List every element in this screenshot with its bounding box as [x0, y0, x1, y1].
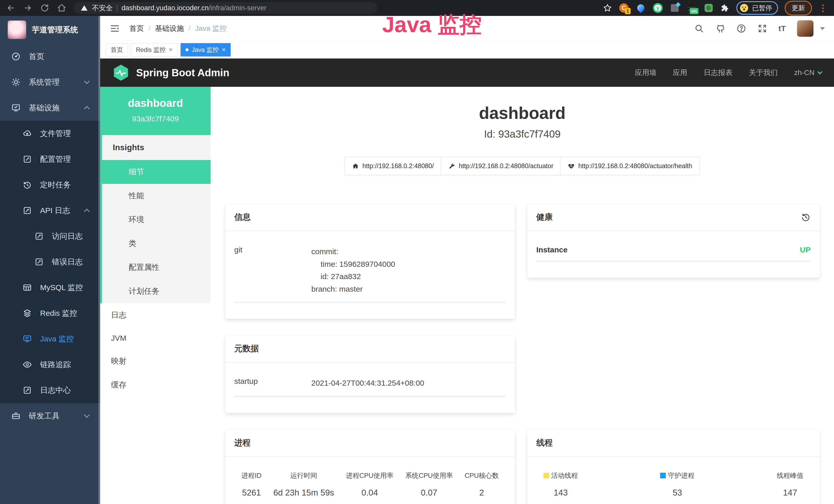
extension-grid-icon[interactable] — [670, 3, 680, 13]
sidebar-item-file-management[interactable]: 文件管理 — [0, 121, 100, 146]
sba-item-scheduled-tasks[interactable]: 计划任务 — [102, 279, 211, 303]
card-title: 进程 — [234, 437, 251, 449]
process-cpu: 进程CPU使用率 0.04 — [346, 471, 394, 498]
extension-y-icon[interactable]: y — [653, 3, 663, 13]
chevron-down-icon — [817, 69, 822, 74]
address-bar[interactable]: 不安全 dashboard.yudao.iocoder.cn/infra/adm… — [74, 2, 377, 14]
health-url-link[interactable]: http://192.168.0.2:48080/actuator/health — [561, 157, 699, 175]
reload-icon[interactable] — [40, 3, 49, 13]
sba-brand-title[interactable]: Spring Boot Admin — [136, 67, 229, 78]
sidebar-item-home[interactable]: 首页 — [0, 44, 100, 69]
sidebar-item-scheduled-jobs[interactable]: 定时任务 — [0, 172, 100, 198]
sidebar-item-system-management[interactable]: 系统管理 — [0, 69, 100, 95]
metadata-row-label: startup — [234, 377, 311, 389]
git-id-line: id: 27aa832 — [311, 270, 395, 283]
col-value: 2 — [465, 488, 499, 498]
log-edit-icon — [35, 232, 44, 241]
back-icon[interactable] — [6, 3, 16, 13]
close-icon[interactable]: × — [169, 46, 173, 54]
extensions-puzzle-icon[interactable] — [721, 3, 730, 13]
locale-selector[interactable]: zh-CN — [794, 69, 822, 77]
sba-item-mappings[interactable]: 映射 — [100, 349, 211, 373]
sidebar-item-dev-tools[interactable]: 研发工具 — [0, 403, 100, 429]
extension-colorpicker-icon[interactable]: C 1 — [619, 3, 629, 13]
breadcrumb-current: Java 监控 — [195, 24, 227, 33]
sidebar-item-label: 日志中心 — [40, 385, 71, 396]
breadcrumb-infrastructure[interactable]: 基础设施 — [155, 24, 184, 33]
avatar[interactable] — [797, 20, 813, 37]
sba-item-metrics[interactable]: 性能 — [102, 184, 211, 208]
health-row-label: Instance — [536, 246, 568, 254]
sba-item-config-props[interactable]: 配置属性 — [102, 255, 211, 279]
sba-item-details[interactable]: 细节 — [102, 160, 211, 184]
threads-card: 线程 活动线程 143 守护进程 — [527, 430, 820, 504]
paused-label: 已暂停 — [752, 4, 772, 13]
collapse-sidebar-icon[interactable] — [109, 23, 120, 34]
tab-java-monitor[interactable]: Java 监控 × — [180, 43, 231, 56]
sba-instance-header[interactable]: dashboard 93a3fc7f7409 — [100, 87, 211, 135]
sba-item-classes[interactable]: 类 — [102, 232, 211, 255]
sba-item-environment[interactable]: 环境 — [102, 208, 211, 232]
extension-pin-icon[interactable] — [636, 3, 646, 13]
forward-icon[interactable] — [23, 3, 32, 13]
sba-item-jvm[interactable]: JVM — [100, 327, 211, 349]
fullscreen-icon[interactable] — [758, 24, 767, 33]
home-icon — [352, 163, 359, 169]
col-value: 0.04 — [346, 488, 394, 498]
sidebar-submenu-infrastructure: 文件管理 配置管理 定时任务 API 日志 访问日志 — [0, 121, 100, 403]
tab-redis-monitor[interactable]: Redis 监控 × — [131, 43, 177, 56]
tab-home[interactable]: 首页 — [106, 43, 128, 56]
update-browser-button[interactable]: 更新 — [785, 1, 812, 16]
sidebar-item-mysql-monitor[interactable]: MySQL 监控 — [0, 275, 100, 300]
surprised-emoji-icon — [739, 3, 749, 13]
sba-nav-applications[interactable]: 应用 — [673, 68, 687, 77]
page-title: dashboard — [225, 103, 820, 123]
sba-nav-journal[interactable]: 日志报表 — [704, 68, 732, 77]
col-value: 6d 23h 15m 59s — [273, 488, 334, 498]
search-icon[interactable] — [694, 24, 704, 33]
sba-navbar: Spring Boot Admin 应用墙 应用 日志报表 关于我们 zh-CN — [100, 59, 834, 87]
legend-label: 守护进程 — [668, 472, 695, 479]
service-url-link[interactable]: http://192.168.0.2:48080/ — [345, 157, 441, 175]
home-icon[interactable] — [57, 3, 66, 13]
avatar-caret-icon[interactable] — [820, 27, 825, 30]
sba-item-logs[interactable]: 日志 — [100, 303, 211, 327]
sidebar-item-access-logs[interactable]: 访问日志 — [0, 223, 100, 249]
sba-nav-wallboard[interactable]: 应用墙 — [635, 68, 657, 77]
browser-menu-icon[interactable]: ⋮ — [818, 3, 828, 13]
info-row-git: git commit: time: 1596289704000 id: 27aa… — [234, 246, 506, 302]
breadcrumb-home[interactable]: 首页 — [129, 24, 144, 33]
threads-card-body: 活动线程 143 守护进程 53 线程峰值 — [527, 457, 820, 504]
extension-search-icon[interactable] — [704, 3, 714, 13]
sidebar-item-infrastructure[interactable]: 基础设施 — [0, 95, 100, 121]
close-icon[interactable]: × — [222, 46, 226, 54]
actuator-url-link[interactable]: http://192.168.0.2:48080/actuator — [441, 157, 561, 175]
app-logo-row[interactable]: 芋道管理系统 — [0, 16, 100, 44]
log-edit-icon — [23, 386, 32, 395]
sidebar-item-config-management[interactable]: 配置管理 — [0, 146, 100, 172]
font-size-icon[interactable]: tT — [778, 24, 786, 33]
not-secure-label: 不安全 — [92, 3, 113, 13]
browser-actions: C 1 y on — [603, 1, 828, 16]
sidebar-item-log-center[interactable]: 日志中心 — [0, 377, 100, 403]
cards-grid: 信息 git commit: time: 1596289704000 id: 2 — [225, 204, 820, 504]
sba-nav-about[interactable]: 关于我们 — [749, 68, 778, 77]
bookmark-star-icon[interactable] — [603, 3, 612, 13]
screen: 不安全 dashboard.yudao.iocoder.cn/infra/adm… — [0, 0, 834, 504]
sidebar-item-redis-monitor[interactable]: Redis 监控 — [0, 300, 100, 326]
health-history-icon[interactable] — [801, 212, 811, 222]
profile-paused-chip[interactable]: 已暂停 — [737, 1, 778, 15]
help-icon[interactable] — [737, 24, 746, 33]
sidebar-item-api-logs[interactable]: API 日志 — [0, 198, 100, 223]
sidebar-item-error-logs[interactable]: 错误日志 — [0, 249, 100, 275]
extension-darkreader-icon[interactable]: on — [686, 3, 697, 13]
sidebar-item-trace[interactable]: 链路追踪 — [0, 352, 100, 377]
sidebar-item-java-monitor[interactable]: Java 监控 — [0, 326, 100, 352]
breadcrumb-separator: / — [189, 24, 191, 32]
tags-view-bar: 首页 Redis 监控 × Java 监控 × — [100, 41, 834, 59]
sidebar-item-label: 链路追踪 — [40, 360, 71, 370]
process-card-header: 进程 — [225, 430, 515, 457]
header-actions: tT — [694, 20, 825, 37]
github-icon[interactable] — [715, 24, 725, 33]
sba-item-caches[interactable]: 缓存 — [100, 373, 211, 397]
